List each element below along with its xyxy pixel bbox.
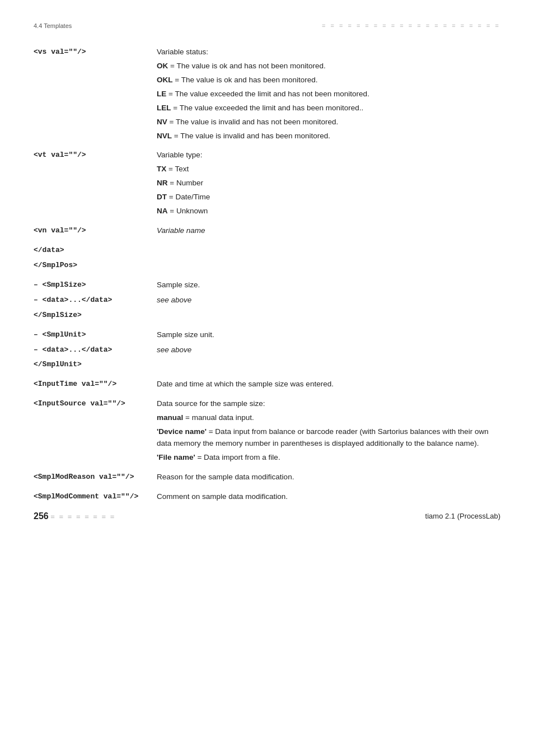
spacer-row [34, 273, 500, 278]
table-row: <InputSource val=""/>Data source for the… [34, 396, 500, 465]
desc-line: see above [157, 344, 496, 356]
desc-line: Variable type: [157, 150, 496, 161]
tag-text: <vs val=""/> [34, 48, 86, 56]
tag-cell: </SmplUnit> [34, 357, 157, 372]
tag-cell: <InputTime val=""/> [34, 377, 157, 392]
desc-cell: Variable type:TX = TextNR = NumberDT = D… [157, 148, 500, 219]
desc-cell: see above [157, 343, 500, 358]
desc-cell: Comment on sample data modification. [157, 489, 500, 505]
desc-line: Data source for the sample size: [157, 398, 496, 410]
tag-text: <vn val=""/> [34, 226, 86, 235]
spacer-row [34, 143, 500, 148]
table-row: <vn val=""/>Variable name [34, 223, 500, 239]
table-row: </SmplUnit> [34, 357, 500, 372]
desc-cell: Variable name [157, 223, 500, 239]
table-row: </SmplSize> [34, 308, 500, 323]
spacer-row [34, 465, 500, 470]
desc-line: OKL = The value is ok and has been monit… [157, 74, 496, 86]
desc-line: Sample size. [157, 279, 496, 291]
tag-text: </SmplUnit> [34, 360, 82, 368]
tag-cell: <vn val=""/> [34, 223, 157, 239]
header-decoration: = = = = = = = = = = = = = = = = = = = = … [322, 22, 500, 29]
tag-text: <SmplModReason val=""/> [34, 473, 134, 481]
page: 4.4 Templates = = = = = = = = = = = = = … [0, 0, 534, 538]
desc-cell: Sample size. [157, 278, 500, 293]
table-row: <SmplModComment val=""/>Comment on sampl… [34, 489, 500, 505]
tag-text: </SmplSize> [34, 311, 82, 319]
desc-cell [157, 308, 500, 323]
table-row: – <data>...</data>see above [34, 343, 500, 358]
tag-cell: – <data>...</data> [34, 293, 157, 308]
tag-text: <InputSource val=""/> [34, 399, 125, 408]
spacer-row [34, 219, 500, 223]
table-row: <SmplModReason val=""/>Reason for the sa… [34, 470, 500, 485]
desc-cell: Variable status:OK = The value is ok and… [157, 45, 500, 143]
desc-line: Reason for the sample data modification. [157, 472, 496, 483]
desc-cell: Sample size unit. [157, 328, 500, 343]
desc-line: 'File name' = Data import from a file. [157, 452, 496, 464]
footer-app-name: tiamo 2.1 (ProcessLab) [425, 512, 500, 520]
desc-line: Date and time at which the sample size w… [157, 379, 496, 390]
desc-line: Comment on sample data modification. [157, 491, 496, 503]
desc-line: OK = The value is ok and has not been mo… [157, 60, 496, 72]
table-row: – <data>...</data>see above [34, 293, 500, 308]
desc-line: DT = Date/Time [157, 192, 496, 203]
spacer-row [34, 239, 500, 243]
spacer-row [34, 485, 500, 489]
desc-cell: Date and time at which the sample size w… [157, 377, 500, 392]
tag-cell: – <SmplUnit> [34, 328, 157, 343]
desc-line: NV = The value is invalid and has not be… [157, 116, 496, 128]
table-row: <vt val=""/>Variable type:TX = TextNR = … [34, 148, 500, 219]
page-header: 4.4 Templates = = = = = = = = = = = = = … [34, 22, 500, 29]
table-row: </data> [34, 243, 500, 258]
content-table: <vs val=""/>Variable status:OK = The val… [34, 45, 500, 505]
desc-line: see above [157, 295, 496, 306]
tag-cell: <vs val=""/> [34, 45, 157, 143]
desc-line: LE = The value exceeded the limit and ha… [157, 88, 496, 100]
tag-text: </data> [34, 246, 64, 254]
desc-cell: Data source for the sample size:manual =… [157, 396, 500, 465]
tag-cell: </data> [34, 243, 157, 258]
table-row: – <SmplUnit>Sample size unit. [34, 328, 500, 343]
tag-cell: <SmplModComment val=""/> [34, 489, 157, 505]
spacer-row [34, 372, 500, 377]
tag-text: <vt val=""/> [34, 151, 86, 159]
table-row: <InputTime val=""/>Date and time at whic… [34, 377, 500, 392]
tag-cell: </SmplSize> [34, 308, 157, 323]
page-footer: 256 = = = = = = = = tiamo 2.1 (ProcessLa… [34, 511, 500, 521]
tag-cell: <InputSource val=""/> [34, 396, 157, 465]
tag-cell: <SmplModReason val=""/> [34, 470, 157, 485]
desc-line: manual = manual data input. [157, 412, 496, 424]
desc-cell [157, 357, 500, 372]
desc-line: Variable name [157, 225, 496, 237]
footer-page-number: 256 = = = = = = = = [34, 511, 115, 521]
desc-line: LEL = The value exceeded the limit and h… [157, 102, 496, 114]
tag-text: – <SmplUnit> [34, 330, 86, 339]
table-row: <vs val=""/>Variable status:OK = The val… [34, 45, 500, 143]
desc-line: NR = Number [157, 178, 496, 189]
tag-text: – <data>...</data> [34, 296, 112, 304]
spacer-row [34, 392, 500, 396]
desc-line: NVL = The value is invalid and has been … [157, 130, 496, 142]
table-row: – <SmplSize>Sample size. [34, 278, 500, 293]
desc-cell: Reason for the sample data modification. [157, 470, 500, 485]
desc-cell: see above [157, 293, 500, 308]
table-row: </SmplPos> [34, 258, 500, 273]
tag-cell: – <data>...</data> [34, 343, 157, 358]
desc-line: TX = Text [157, 164, 496, 175]
tag-text: </SmplPos> [34, 261, 77, 269]
header-section-title: 4.4 Templates [34, 22, 72, 29]
spacer-row [34, 323, 500, 328]
tag-cell: – <SmplSize> [34, 278, 157, 293]
desc-line: Variable status: [157, 46, 496, 58]
tag-text: – <SmplSize> [34, 281, 86, 289]
desc-line: NA = Unknown [157, 206, 496, 217]
desc-line: Sample size unit. [157, 329, 496, 341]
tag-text: – <data>...</data> [34, 346, 112, 354]
desc-line: 'Device name' = Data input from balance … [157, 426, 496, 450]
tag-text: <InputTime val=""/> [34, 380, 116, 388]
desc-cell [157, 243, 500, 258]
tag-text: <SmplModComment val=""/> [34, 492, 138, 501]
desc-cell [157, 258, 500, 273]
tag-cell: </SmplPos> [34, 258, 157, 273]
